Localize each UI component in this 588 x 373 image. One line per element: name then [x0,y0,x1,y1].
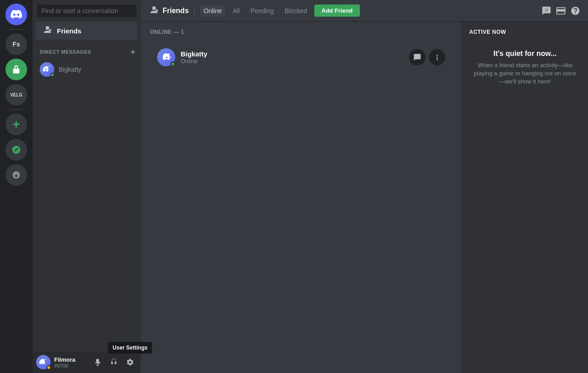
friend-avatar-bigkatty [157,48,175,66]
velg-server-icon[interactable]: VELG [5,84,27,106]
tab-all[interactable]: All [229,5,243,16]
online-indicator [50,73,55,77]
friend-row-bigkatty[interactable]: Bigkatty Online [150,42,453,72]
friend-actions [409,49,445,65]
discord-home-button[interactable] [5,4,27,25]
online-header: Online — 1 [150,29,453,35]
message-friend-button[interactable] [409,49,425,65]
add-server-icon[interactable]: + [5,114,27,135]
top-nav: Friends Online All Pending Blocked Add F… [141,0,588,22]
nav-divider [194,5,195,16]
friend-info: Bigkatty Online [181,50,409,64]
add-friend-button[interactable]: Add Friend [314,5,360,17]
tab-online[interactable]: Online [200,5,225,16]
dm-item-bigkatty[interactable]: Bigkatty [36,59,137,80]
server-sidebar: Fs VELG + [0,0,33,373]
nav-icons [541,5,581,16]
friend-status: Online [181,58,409,64]
quiet-title: It's quiet for now... [473,50,577,58]
friends-list: Online — 1 Bigkatty Online [141,22,462,373]
explore-servers-icon[interactable] [5,139,27,161]
dm-avatar-bigkatty [40,62,54,77]
dm-user-name: Bigkatty [59,66,81,73]
help-icon[interactable] [570,5,581,16]
dm-list: Bigkatty [33,59,141,351]
direct-messages-label: Direct Messages [40,49,91,55]
friends-icon [42,25,52,36]
user-status-dot [47,365,51,370]
user-settings-button[interactable]: User Settings [123,355,137,369]
user-avatar [36,355,51,369]
search-bar-container [33,0,141,22]
deafen-button[interactable] [107,355,121,369]
direct-messages-header: Direct Messages + [33,40,141,59]
mute-button[interactable] [90,355,105,369]
friends-nav-item[interactable]: Friends [36,22,137,40]
friend-name: Bigkatty [181,50,409,58]
new-group-dm-icon[interactable] [541,5,552,16]
active-now-panel: Active Now It's quiet for now... When a … [462,22,588,373]
search-input[interactable] [37,5,136,17]
user-controls: User Settings [90,355,137,369]
quiet-description: When a friend starts an activity—like pl… [473,61,577,86]
username: Filmora [54,356,87,363]
add-dm-button[interactable]: + [129,47,137,57]
friend-online-dot [170,61,176,67]
more-options-button[interactable] [429,49,445,65]
quiet-section: It's quiet for now... When a friend star… [469,42,581,93]
fs-server-icon[interactable]: Fs [5,33,27,55]
download-apps-icon[interactable] [5,164,27,186]
tab-blocked[interactable]: Blocked [281,5,311,16]
plugin-server-icon[interactable] [5,59,27,80]
tab-pending[interactable]: Pending [247,5,277,16]
inbox-icon[interactable] [555,5,566,16]
server-divider [9,29,23,30]
nav-friends-icon [148,5,159,16]
user-info: Filmora #9708 [54,356,87,368]
server-divider-2 [9,109,23,110]
active-now-title: Active Now [469,29,581,35]
user-discriminator: #9708 [54,363,87,368]
main-content: Friends Online All Pending Blocked Add F… [141,0,588,373]
dm-sidebar: Friends Direct Messages + Bigkatty [33,0,141,373]
user-panel: Filmora #9708 User Settings [33,351,141,373]
friends-label: Friends [57,27,81,35]
nav-friends-title: Friends [163,7,189,15]
friends-area: Online — 1 Bigkatty Online [141,22,588,373]
